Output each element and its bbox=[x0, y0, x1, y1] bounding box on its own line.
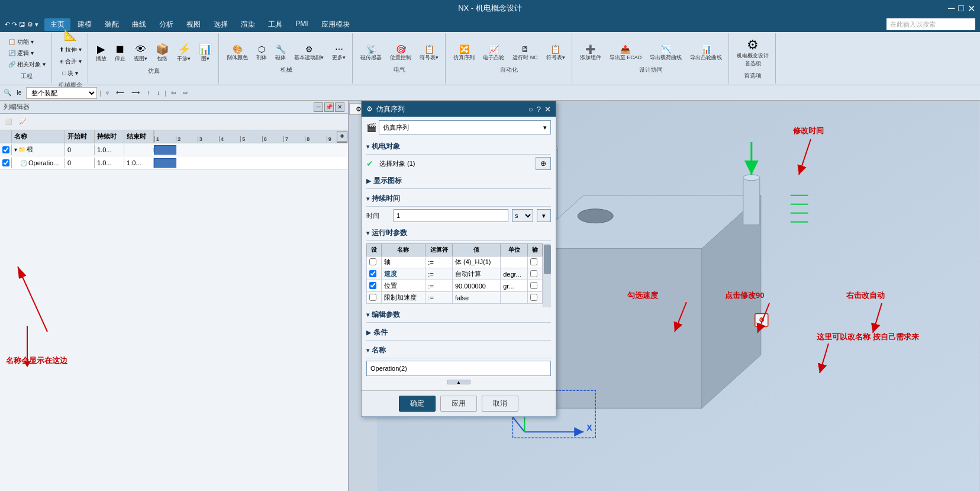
dialog-help-icon[interactable]: ? bbox=[537, 105, 541, 114]
table-scrollbar[interactable] bbox=[543, 243, 551, 307]
param-out-0[interactable] bbox=[530, 258, 537, 265]
sim-dropdown[interactable]: 仿真序列 ▾ bbox=[379, 120, 551, 134]
param-check-2[interactable] bbox=[369, 282, 376, 289]
tb-prefs[interactable]: ⚙ 机电概念设计首选项 bbox=[734, 37, 772, 69]
tb-logic[interactable]: 🔄 逻辑 ▾ bbox=[6, 48, 48, 59]
tb-block[interactable]: □ 块 ▾ bbox=[60, 68, 81, 79]
duration-unit-select[interactable]: s bbox=[512, 209, 533, 222]
section-duration[interactable]: ▾ 持续时间 bbox=[366, 191, 551, 207]
tb2-btn1[interactable]: ▿ bbox=[104, 88, 111, 97]
tb2-btn4[interactable]: ↑ bbox=[144, 88, 152, 97]
tb-stop[interactable]: ⏹ 停止 bbox=[112, 42, 128, 65]
panel-pin[interactable]: 📌 bbox=[324, 102, 334, 112]
param-out-2[interactable] bbox=[530, 282, 537, 289]
param-out-3[interactable] bbox=[530, 294, 537, 301]
timeline-block-root[interactable] bbox=[154, 145, 176, 155]
dialog-circle-icon[interactable]: ○ bbox=[528, 105, 533, 114]
menu-select[interactable]: 选择 bbox=[208, 18, 234, 31]
section-mechatronics[interactable]: ▾ 机电对象 bbox=[366, 139, 551, 155]
seq-icon1[interactable]: ⬜ bbox=[2, 117, 14, 126]
section-display-icon[interactable]: ▶ 显示图标 bbox=[366, 174, 551, 189]
row-op-checkbox[interactable] bbox=[2, 159, 9, 166]
name-input[interactable] bbox=[366, 361, 551, 376]
btn-cancel[interactable]: 取消 bbox=[482, 396, 518, 412]
tb2-btn7[interactable]: ⇨ bbox=[180, 88, 190, 97]
duration-extra-btn[interactable]: ▾ bbox=[537, 209, 551, 222]
tb-runtime-nc[interactable]: 🖥 运行时 NC bbox=[510, 43, 541, 63]
menu-tools[interactable]: 工具 bbox=[262, 18, 288, 31]
tb-related[interactable]: 🔗 相关对象 ▾ bbox=[6, 59, 48, 70]
table-scrollbar-thumb[interactable] bbox=[544, 245, 551, 274]
seq-row-root: ▾ 📁 根 0 1.0... bbox=[0, 143, 348, 156]
param-check-3[interactable] bbox=[369, 294, 376, 301]
menu-analysis[interactable]: 分析 bbox=[153, 18, 179, 31]
panel-collapse[interactable]: ─ bbox=[314, 102, 323, 112]
tb-play[interactable]: ▶ 播放 bbox=[93, 42, 109, 65]
tb-chart[interactable]: 📊 图▾ bbox=[196, 42, 215, 65]
tb-ecam[interactable]: 📈 电子凸轮 bbox=[480, 43, 507, 63]
menu-view[interactable]: 视图 bbox=[180, 18, 207, 31]
tb-basic-motion[interactable]: ⚙ 基本运动副▾ bbox=[291, 43, 327, 63]
ruler-6: 6 bbox=[262, 136, 283, 142]
tb2-btn3[interactable]: ⟶ bbox=[129, 88, 142, 97]
close-btn[interactable]: ✕ bbox=[968, 3, 975, 14]
menu-pmi[interactable]: PMI bbox=[289, 18, 314, 31]
tb-function[interactable]: 📋 功能 ▾ bbox=[6, 37, 48, 47]
section-conditions[interactable]: ▶ 条件 bbox=[366, 325, 551, 341]
section-edit-params[interactable]: ▾ 编辑参数 bbox=[366, 307, 551, 323]
tb-export-cam[interactable]: 📊 导出凸轮曲线 bbox=[687, 43, 725, 63]
timeline-zoom-out[interactable]: − bbox=[337, 142, 347, 143]
tb-add-component[interactable]: ➕ 添加组件 bbox=[577, 43, 604, 63]
tb-pull[interactable]: ⬆ 拉伸 ▾ bbox=[57, 44, 85, 55]
param-check-0[interactable] bbox=[369, 258, 376, 265]
tb2-btn6[interactable]: ⇦ bbox=[169, 88, 178, 97]
timeline-zoom-in[interactable]: + bbox=[337, 131, 347, 142]
duration-time-label: 时间 bbox=[366, 211, 390, 220]
tb-view-sim[interactable]: 👁 视图▾ bbox=[131, 42, 150, 65]
row-op-end: 1.0... bbox=[124, 158, 154, 168]
section-name[interactable]: ▾ 名称 bbox=[366, 343, 551, 358]
tb2-btn2[interactable]: ⟵ bbox=[114, 88, 127, 97]
menu-assemble[interactable]: 装配 bbox=[99, 18, 125, 31]
tb-sim-sequence[interactable]: 🔀 仿真序列 bbox=[450, 43, 478, 63]
param-out-1[interactable] bbox=[530, 270, 537, 277]
collapse-handle[interactable]: ▲ bbox=[366, 380, 551, 384]
param-check-1[interactable] bbox=[369, 270, 376, 277]
dialog-close-icon[interactable]: ✕ bbox=[544, 105, 551, 114]
seq-icon2[interactable]: 📈 bbox=[17, 117, 28, 126]
tb-mag-sensor[interactable]: 📡 磁传感器 bbox=[357, 43, 385, 63]
menu-curve[interactable]: 曲线 bbox=[126, 18, 152, 31]
tb-magnet[interactable]: 🔧 磁体 bbox=[272, 43, 289, 63]
select-object-btn[interactable]: ⊕ bbox=[536, 157, 551, 170]
param-op-3: := bbox=[425, 292, 453, 304]
tb-merge[interactable]: ⊕ 合并 ▾ bbox=[57, 56, 85, 67]
tb-envelope[interactable]: 📦 包络 bbox=[153, 42, 172, 65]
duration-time-input[interactable]: 1 bbox=[394, 209, 508, 222]
tb-export-load[interactable]: 📉 导出载荷曲线 bbox=[647, 43, 685, 63]
menu-render[interactable]: 渲染 bbox=[235, 18, 261, 31]
tb-extrude[interactable]: 📐 bbox=[61, 28, 80, 42]
tb-position-ctrl[interactable]: 🎯 位置控制 bbox=[387, 43, 414, 63]
btn-ok[interactable]: 确定 bbox=[399, 396, 436, 412]
tb-interference[interactable]: ⚡ 干涉▾ bbox=[174, 42, 194, 65]
panel-close[interactable]: ✕ bbox=[335, 102, 344, 112]
tb2-filter[interactable]: Ie bbox=[14, 88, 24, 97]
section-runtime-params[interactable]: ▾ 运行时参数 bbox=[366, 226, 551, 241]
row-root-checkbox[interactable] bbox=[2, 146, 9, 153]
menu-apps[interactable]: 应用模块 bbox=[315, 18, 356, 31]
btn-apply[interactable]: 应用 bbox=[440, 396, 477, 412]
timeline-block-op[interactable] bbox=[154, 158, 176, 168]
root-expand-arrow[interactable]: ▾ bbox=[14, 146, 17, 153]
tb2-assembly-dropdown[interactable]: 整个装配 bbox=[26, 87, 97, 99]
tb-symbol-table[interactable]: 📋 符号表▾ bbox=[417, 43, 441, 63]
tb-section-body[interactable]: ⬡ 剖体 bbox=[253, 43, 270, 63]
tb-symbol-table2[interactable]: 📋 符号表▾ bbox=[543, 43, 568, 63]
maximize-btn[interactable]: □ bbox=[958, 3, 964, 14]
minimize-btn[interactable]: ─ bbox=[948, 3, 955, 14]
tb-more[interactable]: ⋯ 更多▾ bbox=[329, 43, 349, 63]
tb2-btn5[interactable]: ↓ bbox=[154, 88, 162, 97]
tb-export-ecad[interactable]: 📤 导出至 ECAD bbox=[607, 43, 645, 63]
tb-section-color[interactable]: 🎨 剖体颜色 bbox=[224, 43, 251, 63]
search-box[interactable]: 在此输入以搜索 bbox=[886, 18, 975, 30]
toolbar-group-mechanics: 🎨 剖体颜色 ⬡ 剖体 🔧 磁体 ⚙ 基本运动副▾ ⋯ 更多▾ 机械 bbox=[220, 33, 353, 84]
